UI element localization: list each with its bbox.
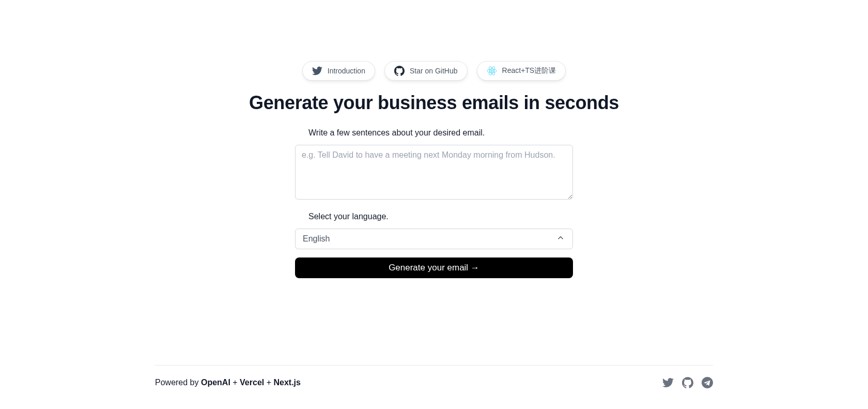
introduction-pill[interactable]: Introduction: [302, 61, 375, 81]
email-description-input[interactable]: [295, 145, 573, 200]
footer-credits: Powered by OpenAI + Vercel + Next.js: [155, 378, 301, 387]
svg-point-3: [491, 70, 492, 71]
telegram-icon: [702, 381, 713, 390]
footer-openai[interactable]: OpenAI: [201, 378, 230, 387]
react-course-pill-label: React+TS进阶课: [502, 66, 556, 75]
introduction-pill-label: Introduction: [328, 67, 365, 75]
twitter-icon: [662, 381, 674, 390]
page-title: Generate your business emails in seconds: [249, 92, 619, 114]
twitter-icon: [312, 66, 322, 76]
footer-nextjs[interactable]: Next.js: [273, 378, 300, 387]
footer-plus2: +: [264, 378, 273, 387]
step2-label: Select your language.: [308, 212, 389, 221]
footer-twitter-link[interactable]: [662, 377, 674, 388]
footer-telegram-link[interactable]: [702, 377, 713, 388]
footer-plus1: +: [230, 378, 240, 387]
footer-vercel[interactable]: Vercel: [240, 378, 264, 387]
footer-prefix: Powered by: [155, 378, 201, 387]
github-pill-label: Star on GitHub: [410, 67, 458, 75]
language-select-value: English: [303, 234, 330, 244]
github-pill[interactable]: Star on GitHub: [384, 61, 468, 81]
github-icon: [394, 66, 405, 76]
language-select[interactable]: English: [295, 229, 573, 249]
react-icon: [487, 66, 497, 76]
step1-label: Write a few sentences about your desired…: [308, 128, 485, 138]
chevron-up-icon: [556, 233, 565, 245]
generate-button[interactable]: Generate your email →: [295, 257, 573, 278]
github-icon: [682, 381, 693, 390]
react-course-pill[interactable]: React+TS进阶课: [477, 61, 566, 81]
footer-github-link[interactable]: [682, 377, 693, 388]
